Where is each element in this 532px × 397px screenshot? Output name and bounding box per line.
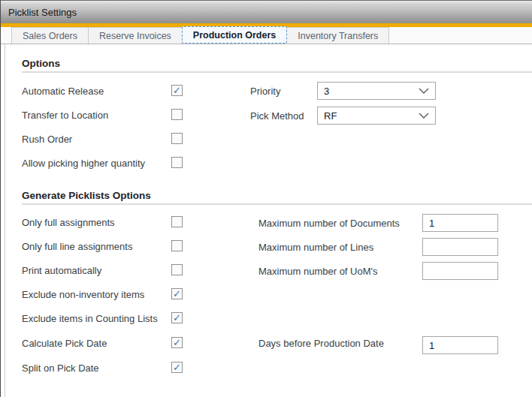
label-days-before-production-date: Days before Production Date (258, 338, 384, 350)
tab-sales-orders[interactable]: Sales Orders (11, 27, 89, 44)
chevron-down-icon (419, 88, 429, 94)
label-maximum-number-of-documents: Maximum number of Documents (258, 218, 400, 230)
tab-inventory-transfers[interactable]: Inventory Transfers (286, 27, 389, 44)
window-titlebar[interactable]: Picklist Settings (1, 1, 532, 23)
label-maximum-number-of-uoms: Maximum number of UoM's (258, 266, 378, 278)
label-automatic-release: Automatic Release (22, 86, 104, 98)
label-exclude-items-in-counting-lists: Exclude items in Counting Lists (22, 313, 158, 325)
tab-content-production-orders: Options Automatic Release Transfer to Lo… (1, 44, 532, 397)
days-before-production-date-input[interactable] (422, 336, 498, 354)
checkbox-allow-picking-higher-quantity[interactable] (171, 157, 183, 168)
checkbox-automatic-release[interactable] (171, 85, 183, 96)
label-only-full-assignments: Only full assignments (22, 217, 115, 229)
checkbox-print-automatically[interactable] (171, 264, 183, 275)
priority-selected-value: 3 (324, 86, 419, 97)
section-divider (22, 71, 532, 73)
checkbox-rush-order[interactable] (171, 133, 183, 144)
section-title-generate-picklists-options: Generate Picklists Options (22, 190, 151, 201)
checkbox-only-full-line-assignments[interactable] (171, 240, 183, 251)
label-pick-method: Pick Method (250, 110, 304, 122)
checkbox-split-on-pick-date[interactable] (171, 362, 183, 373)
checkbox-transfer-to-location[interactable] (171, 109, 183, 120)
tab-production-orders[interactable]: Production Orders (182, 26, 287, 44)
max-documents-input[interactable] (422, 214, 498, 232)
label-split-on-pick-date: Split on Pick Date (22, 362, 99, 374)
checkbox-exclude-non-inventory-items[interactable] (171, 288, 183, 299)
picklist-settings-window: Picklist Settings Sales Orders Reserve I… (0, 0, 532, 397)
checkbox-only-full-assignments[interactable] (171, 216, 183, 227)
checkbox-exclude-items-in-counting-lists[interactable] (171, 312, 183, 323)
label-transfer-to-location: Transfer to Location (22, 110, 108, 122)
window-title: Picklist Settings (8, 7, 77, 18)
chevron-down-icon (419, 113, 429, 119)
priority-dropdown[interactable]: 3 (317, 82, 436, 100)
content-left-edge-line (5, 44, 5, 397)
label-priority: Priority (250, 86, 280, 98)
pick-method-selected-value: RF (324, 110, 419, 122)
label-calculate-pick-date: Calculate Pick Date (22, 338, 107, 350)
tab-reserve-invoices[interactable]: Reserve Invoices (88, 27, 183, 44)
tab-bar: Sales Orders Reserve Invoices Production… (1, 27, 532, 44)
label-print-automatically: Print automatically (22, 265, 101, 277)
max-uoms-input[interactable] (422, 262, 498, 280)
pick-method-dropdown[interactable]: RF (317, 107, 436, 125)
label-exclude-non-inventory-items: Exclude non-inventory items (22, 289, 144, 301)
label-allow-picking-higher-quantity: Allow picking higher quantity (22, 158, 145, 170)
section-divider (22, 203, 532, 205)
max-lines-input[interactable] (422, 238, 498, 256)
checkbox-calculate-pick-date[interactable] (171, 337, 183, 348)
label-maximum-number-of-lines: Maximum number of Lines (258, 242, 373, 254)
label-rush-order: Rush Order (22, 134, 72, 146)
label-only-full-line-assignments: Only full line assignments (22, 241, 132, 253)
section-title-options: Options (22, 58, 60, 69)
